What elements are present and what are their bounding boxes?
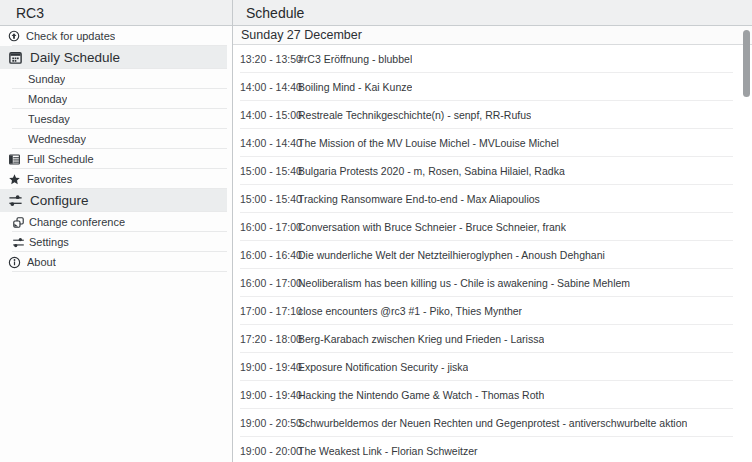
- event-row[interactable]: 14:00 - 14:40 Boiling Mind - Kai Kunze: [233, 73, 752, 101]
- event-title: close encounters @rc3 #1 - Piko, Thies M…: [298, 305, 522, 317]
- event-row[interactable]: 16:00 - 17:00 Neoliberalism has been kil…: [233, 269, 752, 297]
- event-title: Tracking Ransomware End-to-end - Max Ali…: [298, 193, 540, 205]
- sidebar-item-daily-schedule[interactable]: Daily Schedule: [0, 46, 227, 69]
- event-row[interactable]: 14:00 - 14:40 The Mission of the MV Loui…: [233, 129, 752, 157]
- app-window: RC3 Check for updates Daily Schedule Sun…: [0, 0, 752, 462]
- update-icon: [8, 30, 20, 42]
- event-row[interactable]: 17:00 - 17:10 close encounters @rc3 #1 -…: [233, 297, 752, 325]
- event-row[interactable]: 16:00 - 16:40 Die wunderliche Welt der N…: [233, 241, 752, 269]
- event-row[interactable]: 14:00 - 15:00 Restreale Technikgeschicht…: [233, 101, 752, 129]
- sidebar-item-label: Monday: [28, 93, 67, 105]
- sidebar-item-label: Tuesday: [28, 113, 70, 125]
- event-time: 19:00 - 20:00: [240, 445, 298, 457]
- sliders-icon: [12, 236, 25, 249]
- event-title: #rC3 Eröffnung - blubbel: [298, 53, 412, 65]
- event-title: Neoliberalism has been killing us - Chil…: [298, 277, 630, 289]
- sidebar-item-favorites[interactable]: Favorites: [0, 169, 227, 189]
- event-row[interactable]: 15:00 - 15:40 Tracking Ransomware End-to…: [233, 185, 752, 213]
- event-time: 19:00 - 19:40: [240, 389, 298, 401]
- event-row[interactable]: 13:20 - 13:50 #rC3 Eröffnung - blubbel: [233, 45, 752, 73]
- event-row[interactable]: 19:00 - 19:40 Hacking the Nintendo Game …: [233, 381, 752, 409]
- main-pane: Schedule Sunday 27 December 13:20 - 13:5…: [233, 0, 752, 462]
- info-icon: [8, 256, 21, 269]
- event-time: 15:00 - 15:40: [240, 193, 298, 205]
- event-title: Conversation with Bruce Schneier - Bruce…: [298, 221, 566, 233]
- event-time: 14:00 - 14:40: [240, 137, 298, 149]
- sidebar: RC3 Check for updates Daily Schedule Sun…: [0, 0, 233, 462]
- event-title: Schwurbeldemos der Neuen Rechten und Geg…: [298, 417, 687, 429]
- sidebar-item-about[interactable]: About: [0, 252, 227, 272]
- page-title: Schedule: [233, 0, 752, 26]
- sidebar-item-label: Full Schedule: [27, 153, 94, 165]
- event-time: 16:00 - 17:00: [240, 221, 298, 233]
- swap-conference-icon: [12, 216, 25, 229]
- event-row[interactable]: 15:00 - 15:40 Bulgaria Protests 2020 - m…: [233, 157, 752, 185]
- event-row[interactable]: 19:00 - 20:00 The Weakest Link - Florian…: [233, 437, 752, 462]
- sidebar-item-settings[interactable]: Settings: [0, 232, 227, 252]
- event-time: 14:00 - 14:40: [240, 81, 298, 93]
- sidebar-item-configure[interactable]: Configure: [0, 189, 227, 212]
- event-time: 14:00 - 15:00: [240, 109, 298, 121]
- vertical-scrollbar-thumb[interactable]: [743, 30, 750, 97]
- event-title: Berg-Karabach zwischen Krieg und Frieden…: [298, 333, 544, 345]
- sidebar-item-label: Favorites: [27, 173, 72, 185]
- event-title: Exposure Notification Security - jiska: [298, 361, 468, 373]
- sidebar-title: RC3: [0, 0, 232, 26]
- timetable-icon: [8, 153, 21, 166]
- sidebar-item-tuesday[interactable]: Tuesday: [0, 109, 227, 129]
- sidebar-item-label: Wednesday: [28, 133, 86, 145]
- sidebar-item-change-conference[interactable]: Change conference: [0, 212, 227, 232]
- event-time: 16:00 - 17:00: [240, 277, 298, 289]
- event-time: 16:00 - 16:40: [240, 249, 298, 261]
- event-list: 13:20 - 13:50 #rC3 Eröffnung - blubbel 1…: [233, 45, 752, 462]
- event-title: The Weakest Link - Florian Schweitzer: [298, 445, 478, 457]
- event-time: 19:00 - 20:50: [240, 417, 298, 429]
- event-title: Bulgaria Protests 2020 - m, Rosen, Sabin…: [298, 165, 565, 177]
- event-row[interactable]: 17:20 - 18:00 Berg-Karabach zwischen Kri…: [233, 325, 752, 353]
- sidebar-item-wednesday[interactable]: Wednesday: [0, 129, 227, 149]
- sidebar-item-label: Change conference: [29, 216, 125, 228]
- calendar-icon: [8, 50, 23, 65]
- event-title: Hacking the Nintendo Game & Watch - Thom…: [298, 389, 544, 401]
- event-time: 17:20 - 18:00: [240, 333, 298, 345]
- sidebar-item-sunday[interactable]: Sunday: [0, 69, 227, 89]
- event-row[interactable]: 16:00 - 17:00 Conversation with Bruce Sc…: [233, 213, 752, 241]
- event-time: 13:20 - 13:50: [240, 53, 298, 65]
- event-row[interactable]: 19:00 - 20:50 Schwurbeldemos der Neuen R…: [233, 409, 752, 437]
- event-title: Boiling Mind - Kai Kunze: [298, 81, 412, 93]
- event-time: 19:00 - 19:40: [240, 361, 298, 373]
- event-time: 15:00 - 15:40: [240, 165, 298, 177]
- event-title: The Mission of the MV Louise Michel - MV…: [298, 137, 559, 149]
- event-title: Restreale Technikgeschichte(n) - senpf, …: [298, 109, 531, 121]
- sidebar-item-label: Check for updates: [26, 30, 115, 42]
- event-title: Die wunderliche Welt der Netzteilhierogl…: [298, 249, 605, 261]
- sidebar-item-full-schedule[interactable]: Full Schedule: [0, 149, 227, 169]
- event-time: 17:00 - 17:10: [240, 305, 298, 317]
- sidebar-item-label: Configure: [30, 193, 89, 208]
- sidebar-item-monday[interactable]: Monday: [0, 89, 227, 109]
- sidebar-item-label: About: [27, 256, 56, 268]
- sidebar-item-label: Sunday: [28, 73, 65, 85]
- star-icon: [8, 173, 21, 186]
- sidebar-item-label: Daily Schedule: [30, 50, 120, 65]
- sidebar-menu: Check for updates Daily Schedule Sunday …: [0, 26, 232, 462]
- event-row[interactable]: 19:00 - 19:40 Exposure Notification Secu…: [233, 353, 752, 381]
- sidebar-item-label: Settings: [29, 236, 69, 248]
- date-section-header: Sunday 27 December: [233, 26, 752, 45]
- sidebar-item-check-for-updates[interactable]: Check for updates: [0, 26, 227, 46]
- sliders-icon: [8, 193, 23, 208]
